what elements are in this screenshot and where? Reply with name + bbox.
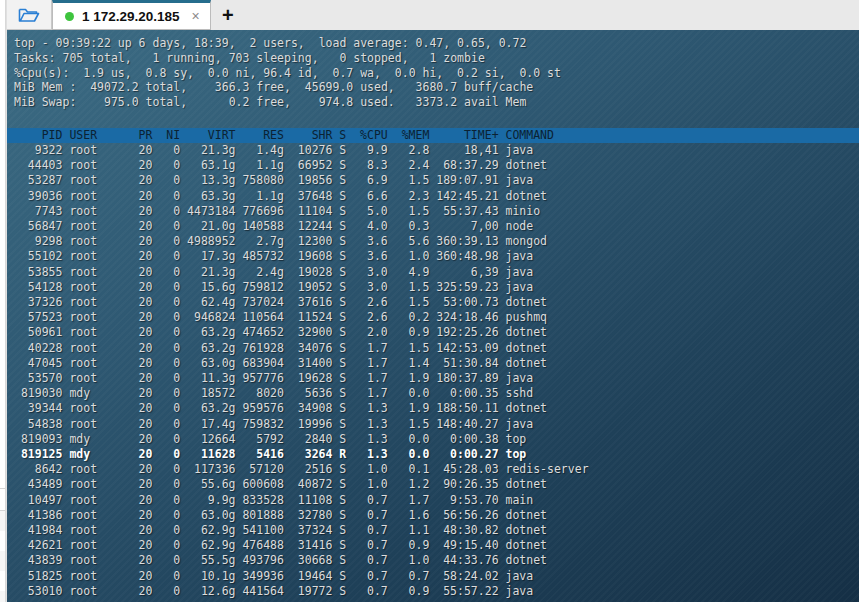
cell-command: redis-server [499,462,859,477]
cell-time: 142:45.21 [429,189,498,204]
cell-mem: 0.9 [388,325,430,340]
close-icon[interactable]: × [192,8,200,24]
cell-command: dotnet [499,401,859,416]
cell-s: S [332,341,346,356]
cell-s: S [332,310,346,325]
cell-pid: 55102 [14,249,62,264]
cell-shr: 31400 [284,356,332,371]
cell-pr: 20 [132,462,153,477]
cell-pr: 20 [132,432,153,447]
cell-time: 0:00.35 [429,386,498,401]
cell-time: 48:30.82 [429,523,498,538]
cell-ni: 0 [152,249,180,264]
cell-pid: 53287 [14,173,62,188]
cell-s: S [332,295,346,310]
cell-res: 758080 [236,173,284,188]
cell-command: dotnet [499,158,859,173]
cell-pid: 53570 [14,371,62,386]
terminal-line: %Cpu(s): 1.9 us, 0.8 sy, 0.0 ni, 96.4 id… [14,66,859,81]
cell-ni: 0 [152,584,180,599]
cell-s: S [332,204,346,219]
cell-time: 360:48.98 [429,249,498,264]
new-tab-button[interactable]: + [211,0,245,30]
cell-virt: 63.3g [180,189,235,204]
cell-cpu: 8.3 [346,158,388,173]
terminal-line: MiB Swap: 975.0 total, 0.2 free, 974.8 u… [14,95,859,110]
cell-pr: 20 [132,249,153,264]
process-row: 54838 root 20 0 17.4g 759832 19996 S 1.3… [14,417,859,432]
cell-mem: 0.9 [388,538,430,553]
cell-time: 180:37.89 [429,371,498,386]
cell-cpu: 6.9 [346,173,388,188]
cell-time: 142:53.09 [429,341,498,356]
cell-pid: 37326 [14,295,62,310]
cell-res: 349936 [236,569,284,584]
connections-folder-button[interactable] [7,0,52,30]
cell-command: java [499,584,859,599]
cell-res: 110564 [236,310,284,325]
cell-mem: 1.5 [388,173,430,188]
cell-pid: 7743 [14,204,62,219]
cell-user: mdy [62,386,131,401]
cell-user: root [62,584,131,599]
cell-pid: 39036 [14,189,62,204]
cell-time: 188:50.11 [429,401,498,416]
cell-command: dotnet [499,356,859,371]
cell-time: 360:39.13 [429,234,498,249]
cell-s: S [332,173,346,188]
cell-shr: 10276 [284,143,332,158]
process-row: 41984 root 20 0 62.9g 541100 37324 S 0.7… [14,523,859,538]
process-row: 53570 root 20 0 11.3g 957776 19628 S 1.7… [14,371,859,386]
process-row: 819125 mdy 20 0 11628 5416 3264 R 1.3 0.… [14,447,859,462]
cell-time: 0:00.27 [429,447,498,462]
cell-virt: 11.3g [180,371,235,386]
cell-pr: 20 [132,477,153,492]
cell-mem: 1.5 [388,280,430,295]
cell-mem: 1.9 [388,371,430,386]
cell-mem: 1.7 [388,493,430,508]
terminal-screen[interactable]: top - 09:39:22 up 6 days, 18:39, 2 users… [7,30,859,602]
cell-cpu: 6.6 [346,189,388,204]
cell-ni: 0 [152,462,180,477]
cell-cpu: 9.9 [346,143,388,158]
cell-command: main [499,493,859,508]
cell-ni: 0 [152,386,180,401]
cell-shr: 11104 [284,204,332,219]
cell-command: dotnet [499,325,859,340]
cell-time: 68:37.29 [429,158,498,173]
cell-user: root [62,295,131,310]
cell-time: 324:18.46 [429,310,498,325]
cell-s: S [332,477,346,492]
cell-ni: 0 [152,569,180,584]
cell-user: root [62,462,131,477]
cell-cpu: 1.0 [346,462,388,477]
cell-time: 189:07.91 [429,173,498,188]
cell-shr: 37616 [284,295,332,310]
cell-cpu: 1.0 [346,477,388,492]
process-row: 10497 root 20 0 9.9g 833528 11108 S 0.7 … [14,493,859,508]
cell-shr: 11524 [284,310,332,325]
cell-virt: 21.3g [180,143,235,158]
cell-pid: 10497 [14,493,62,508]
cell-s: S [332,356,346,371]
cell-command: dotnet [499,553,859,568]
cell-ni: 0 [152,189,180,204]
cell-virt: 63.2g [180,401,235,416]
process-row: 41386 root 20 0 63.0g 801888 32780 S 0.7… [14,508,859,523]
cell-s: S [332,401,346,416]
cell-ni: 0 [152,295,180,310]
cell-command: dotnet [499,341,859,356]
cell-time: 58:24.02 [429,569,498,584]
tab-session[interactable]: 1 172.29.20.185 × [52,0,211,30]
cell-res: 474652 [236,325,284,340]
cell-user: root [62,341,131,356]
cell-res: 485732 [236,249,284,264]
cell-ni: 0 [152,401,180,416]
cell-virt: 63.2g [180,341,235,356]
cell-command: pushmq [499,310,859,325]
cell-s: S [332,219,346,234]
cell-res: 5792 [236,432,284,447]
cell-res: 1.1g [236,189,284,204]
cell-user: root [62,553,131,568]
col-res: RES [236,128,284,143]
